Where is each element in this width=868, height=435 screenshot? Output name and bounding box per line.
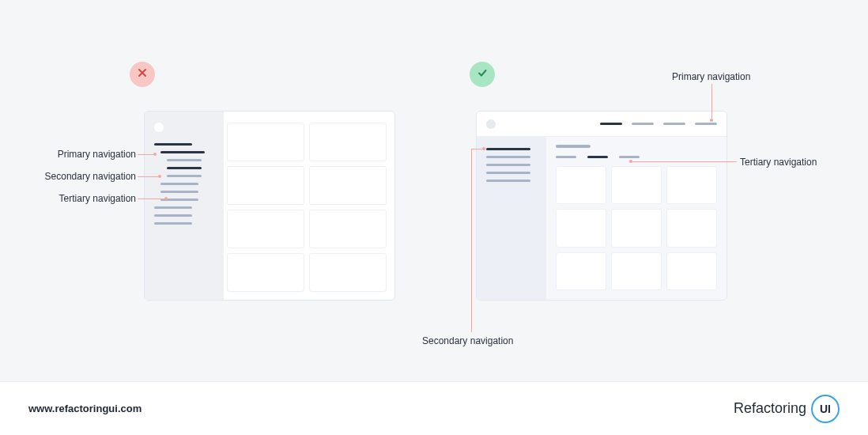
tertiary-nav-item <box>619 156 640 158</box>
content-card <box>227 253 304 292</box>
primary-nav-item <box>154 214 192 217</box>
brand-ring: UI <box>811 395 840 423</box>
pointer-dot <box>158 175 161 178</box>
content-card <box>666 252 717 290</box>
content-grid <box>227 123 387 292</box>
content-card <box>611 252 662 290</box>
label-tertiary-right: Tertiary navigation <box>740 157 817 168</box>
tertiary-nav-item <box>167 167 202 169</box>
tertiary-nav-item <box>556 156 576 158</box>
content-card <box>556 209 606 247</box>
brand-text-right: UI <box>820 403 831 415</box>
secondary-nav-item <box>160 191 198 193</box>
primary-nav-item <box>154 222 192 225</box>
page-heading-placeholder <box>556 145 591 148</box>
pointer-line <box>138 199 164 199</box>
content-card <box>309 210 387 248</box>
content-card <box>666 209 717 247</box>
pointer-dot <box>482 147 485 150</box>
status-badge-good <box>470 62 495 87</box>
logo-placeholder <box>486 119 496 129</box>
good-primary-nav <box>600 123 717 125</box>
content-card <box>227 123 304 161</box>
label-secondary-left: Secondary navigation <box>41 171 136 182</box>
bad-sidebar <box>145 112 224 300</box>
footer-url: www.refactoringui.com <box>28 403 142 414</box>
primary-nav-item <box>695 123 717 125</box>
pointer-line <box>471 149 482 149</box>
tertiary-nav-item <box>587 156 608 158</box>
check-icon <box>477 67 488 81</box>
content-card <box>227 166 304 205</box>
brand-logo: Refactoring UI <box>734 395 840 423</box>
status-badge-bad <box>130 62 155 87</box>
content-grid <box>556 166 717 290</box>
diagram-canvas: Primary navigation Secondary navigation … <box>0 0 868 381</box>
cross-icon <box>137 67 148 81</box>
tertiary-nav-item <box>167 159 202 161</box>
pointer-dot <box>153 153 157 156</box>
content-card <box>611 166 662 204</box>
good-tertiary-nav <box>556 156 717 158</box>
secondary-nav-item <box>486 180 530 182</box>
mockup-good <box>476 111 727 301</box>
pointer-line <box>471 149 472 332</box>
good-topbar <box>477 112 726 137</box>
secondary-nav-item <box>160 183 198 185</box>
primary-nav-item <box>600 123 622 125</box>
tertiary-nav-item <box>167 175 202 177</box>
primary-nav-item <box>632 123 654 125</box>
pointer-dot <box>629 160 632 163</box>
secondary-nav-item <box>486 156 530 158</box>
content-card <box>227 210 304 248</box>
footer: www.refactoringui.com Refactoring UI <box>0 381 868 435</box>
label-tertiary-left: Tertiary navigation <box>41 193 136 204</box>
brand-text-left: Refactoring <box>734 400 806 417</box>
content-card <box>556 166 606 204</box>
secondary-nav-item <box>486 172 530 174</box>
primary-nav-item <box>154 206 192 209</box>
pointer-dot <box>164 197 168 200</box>
content-card <box>666 166 717 204</box>
content-card <box>309 253 387 292</box>
pointer-line <box>711 84 712 119</box>
mockup-bad <box>144 111 395 301</box>
pointer-line <box>138 176 158 177</box>
logo-placeholder <box>154 123 164 132</box>
content-card <box>611 209 662 247</box>
secondary-nav-item <box>160 151 205 153</box>
content-card <box>309 166 387 205</box>
label-primary-left: Primary navigation <box>41 149 136 160</box>
pointer-line <box>138 154 153 155</box>
content-card <box>309 123 387 161</box>
content-card <box>556 252 606 290</box>
secondary-nav-item <box>486 148 530 150</box>
label-primary-right: Primary navigation <box>672 71 750 82</box>
pointer-dot <box>710 119 713 122</box>
good-secondary-nav <box>477 137 546 300</box>
label-secondary-bottom: Secondary navigation <box>422 335 513 346</box>
primary-nav-item <box>154 143 192 146</box>
secondary-nav-item <box>486 164 530 166</box>
primary-nav-item <box>663 123 685 125</box>
pointer-line <box>632 161 737 162</box>
